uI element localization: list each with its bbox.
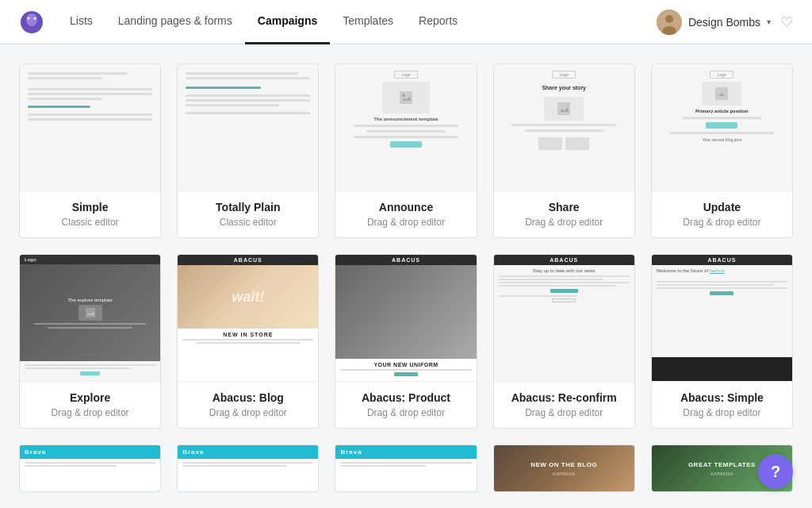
- nav-reports[interactable]: Reports: [406, 0, 470, 44]
- favorites-heart-icon[interactable]: ♡: [780, 13, 793, 31]
- svg-point-1: [26, 13, 37, 26]
- thumb-kapakoa-label: NEW ON THE BLOG: [530, 461, 597, 468]
- app-header: Lists Landing pages & forms Campaigns Te…: [0, 0, 812, 44]
- main-nav: Lists Landing pages & forms Campaigns Te…: [57, 0, 657, 44]
- nav-templates[interactable]: Templates: [330, 0, 406, 44]
- svg-point-5: [665, 15, 673, 23]
- template-card-abacus-product[interactable]: ABACUS YOUR NEW UNIFORM Abacus: Product …: [335, 254, 477, 429]
- template-name-totally-plain: Totally Plain: [187, 201, 308, 214]
- template-type-abacus-product: Drag & drop editor: [345, 407, 466, 418]
- user-name-label: Design Bombs: [688, 16, 760, 29]
- user-menu[interactable]: Design Bombs ▾: [657, 10, 771, 35]
- template-card-totally-plain[interactable]: Totally Plain Classic editor: [177, 64, 319, 238]
- thumb-photo: [335, 265, 476, 359]
- nav-landing-pages[interactable]: Landing pages & forms: [105, 0, 245, 44]
- thumb-brava-header: Brava: [178, 445, 318, 459]
- template-thumbnail-simple: [20, 64, 160, 191]
- template-card-explore[interactable]: Logo The explore template: [19, 254, 161, 429]
- template-name-abacus-simple: Abacus: Simple: [661, 391, 783, 404]
- template-name-explore: Explore: [29, 391, 151, 404]
- thumb-line: [511, 124, 616, 126]
- nav-lists[interactable]: Lists: [57, 0, 105, 44]
- template-name-update: Update: [661, 201, 783, 214]
- thumb-kapakoa-sub: KAPAKOA: [553, 471, 575, 476]
- thumb-image: [702, 82, 741, 106]
- template-card-brava-1[interactable]: Brava: [19, 444, 161, 492]
- header-right: Design Bombs ▾ ♡: [657, 10, 793, 35]
- thumb-logo: Logo: [710, 71, 733, 79]
- thumb-line: [683, 117, 761, 119]
- thumb-abacus-header: ABACUS: [178, 255, 318, 265]
- thumb-header: Logo: [20, 255, 160, 264]
- thumb-line: [525, 129, 603, 132]
- template-card-brava-3[interactable]: Brava: [335, 444, 477, 492]
- template-card-abacus-reconfirm[interactable]: ABACUS Stay up to date with our news Aba…: [493, 254, 635, 429]
- template-thumbnail-explore: Logo The explore template: [20, 255, 160, 382]
- thumb-body: [20, 361, 160, 381]
- help-button[interactable]: ?: [758, 454, 793, 489]
- thumb-image: The explore template: [20, 264, 160, 361]
- svg-rect-9: [557, 102, 570, 115]
- template-card-kapakoa-blog[interactable]: NEW ON THE BLOG KAPAKOA: [493, 444, 635, 492]
- thumb-line: [366, 130, 445, 133]
- template-type-share: Drag & drop editor: [504, 217, 625, 228]
- template-type-announce: Drag & drop editor: [345, 217, 466, 228]
- thumb-logo: Logo: [394, 71, 418, 79]
- template-thumbnail-abacus-product: ABACUS YOUR NEW UNIFORM: [335, 255, 476, 382]
- template-info-share: Share Drag & drop editor: [494, 191, 634, 237]
- template-card-announce[interactable]: Logo The announcement template: [335, 64, 477, 238]
- svg-rect-11: [85, 307, 94, 317]
- template-name-announce: Announce: [345, 201, 466, 214]
- template-type-simple: Classic editor: [29, 217, 151, 228]
- template-info-explore: Explore Drag & drop editor: [20, 382, 160, 428]
- thumb-brava-body: [335, 459, 476, 491]
- template-thumbnail-totally-plain: [178, 64, 318, 191]
- bottom-templates-row: Brava Brava Brava: [19, 444, 793, 492]
- thumb-brava-2: Brava: [178, 445, 318, 491]
- template-type-abacus-reconfirm: Drag & drop editor: [504, 407, 625, 418]
- thumb-image: [544, 97, 584, 121]
- app-logo[interactable]: [19, 10, 44, 35]
- thumb-abacus-header: ABACUS: [494, 255, 634, 265]
- template-card-share[interactable]: Logo Share your story: [493, 64, 635, 238]
- nav-campaigns[interactable]: Campaigns: [245, 0, 330, 44]
- thumb-btn: [706, 122, 737, 129]
- template-name-abacus-blog: Abacus: Blog: [187, 391, 308, 404]
- template-thumbnail-abacus-blog: ABACUS wait! NEW IN STORE: [178, 255, 318, 382]
- template-type-explore: Drag & drop editor: [29, 407, 151, 418]
- svg-point-3: [34, 17, 36, 19]
- thumb-brava-body: [178, 459, 318, 491]
- template-type-abacus-blog: Drag & drop editor: [187, 407, 308, 418]
- thumb-photo: wait!: [178, 265, 318, 329]
- template-card-brava-2[interactable]: Brava: [177, 444, 319, 492]
- svg-point-2: [28, 17, 30, 19]
- template-card-abacus-simple[interactable]: ABACUS Welcome to the future of fashion …: [651, 254, 793, 429]
- thumb-abacus-header: ABACUS: [652, 255, 792, 265]
- template-thumbnail-share: Logo Share your story: [494, 64, 634, 191]
- thumb-brava-body: [20, 459, 160, 491]
- main-content: Simple Classic editor: [0, 44, 812, 508]
- template-info-abacus-reconfirm: Abacus: Re-confirm Drag & drop editor: [494, 382, 634, 428]
- template-type-abacus-simple: Drag & drop editor: [661, 407, 783, 418]
- thumb-btn: [390, 141, 422, 148]
- template-card-simple[interactable]: Simple Classic editor: [19, 64, 161, 238]
- template-name-abacus-reconfirm: Abacus: Re-confirm: [504, 391, 625, 404]
- thumb-line: [354, 136, 458, 138]
- templates-grid: Simple Classic editor: [19, 64, 793, 429]
- template-thumbnail-announce: Logo The announcement template: [335, 64, 476, 191]
- template-info-update: Update Drag & drop editor: [652, 191, 792, 237]
- template-thumbnail-abacus-simple: ABACUS Welcome to the future of fashion: [652, 255, 792, 382]
- template-card-update[interactable]: Logo Primary article position Your secon…: [651, 64, 793, 238]
- thumb-brava-header: Brava: [335, 445, 476, 459]
- template-type-totally-plain: Classic editor: [187, 217, 308, 228]
- template-name-abacus-product: Abacus: Product: [345, 391, 466, 404]
- template-thumbnail-abacus-reconfirm: ABACUS Stay up to date with our news: [494, 255, 634, 382]
- svg-point-8: [402, 94, 405, 97]
- template-card-abacus-blog[interactable]: ABACUS wait! NEW IN STORE Abacus: Blog D…: [177, 254, 319, 429]
- template-info-abacus-blog: Abacus: Blog Drag & drop editor: [178, 382, 318, 428]
- thumb-logo: Logo: [552, 71, 576, 79]
- thumb-line: [669, 132, 774, 134]
- thumb-line: [354, 125, 458, 127]
- template-name-simple: Simple: [29, 201, 151, 214]
- thumb-kapakoa-label: GREAT TEMPLATES: [688, 461, 756, 468]
